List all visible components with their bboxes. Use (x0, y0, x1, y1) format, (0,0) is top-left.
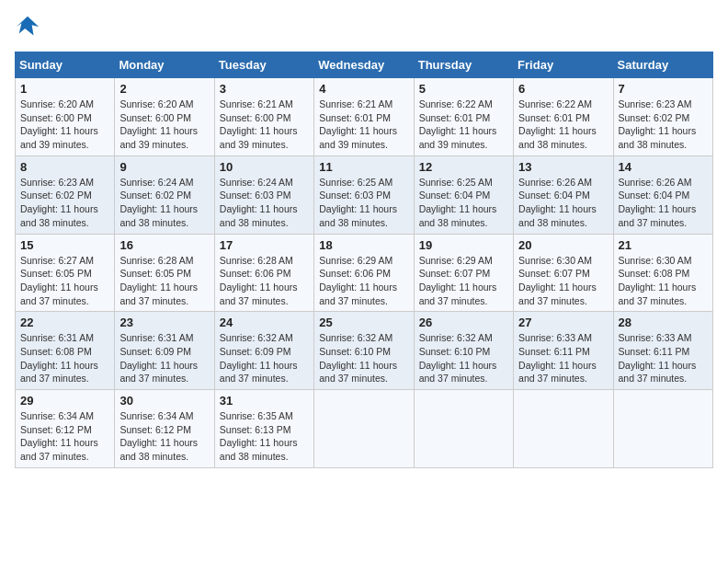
day-info: Sunrise: 6:33 AMSunset: 6:11 PMDaylight:… (619, 331, 708, 385)
weekday-header-row: SundayMondayTuesdayWednesdayThursdayFrid… (16, 52, 713, 78)
calendar-cell: 5Sunrise: 6:22 AMSunset: 6:01 PMDaylight… (414, 78, 513, 156)
day-number: 22 (20, 316, 109, 329)
day-info: Sunrise: 6:31 AMSunset: 6:08 PMDaylight:… (20, 331, 109, 385)
day-number: 11 (319, 160, 408, 174)
day-info: Sunrise: 6:21 AMSunset: 6:01 PMDaylight:… (319, 98, 408, 152)
calendar-cell: 31Sunrise: 6:35 AMSunset: 6:13 PMDayligh… (214, 390, 313, 468)
day-number: 5 (419, 82, 508, 96)
day-number: 7 (619, 82, 708, 96)
day-info: Sunrise: 6:35 AMSunset: 6:13 PMDaylight:… (220, 409, 309, 464)
calendar-cell: 21Sunrise: 6:30 AMSunset: 6:08 PMDayligh… (613, 234, 712, 312)
calendar-cell: 11Sunrise: 6:25 AMSunset: 6:03 PMDayligh… (314, 155, 414, 234)
day-info: Sunrise: 6:20 AMSunset: 6:00 PMDaylight:… (20, 98, 109, 152)
calendar-cell: 19Sunrise: 6:29 AMSunset: 6:07 PMDayligh… (414, 234, 513, 312)
page-header (15, 15, 713, 40)
day-number: 19 (419, 238, 508, 252)
day-number: 13 (518, 160, 608, 174)
day-info: Sunrise: 6:23 AMSunset: 6:02 PMDaylight:… (20, 176, 109, 230)
day-info: Sunrise: 6:27 AMSunset: 6:05 PMDaylight:… (20, 254, 109, 308)
day-info: Sunrise: 6:25 AMSunset: 6:04 PMDaylight:… (419, 176, 508, 230)
calendar-cell: 13Sunrise: 6:26 AMSunset: 6:04 PMDayligh… (514, 155, 613, 234)
day-number: 14 (619, 160, 708, 174)
day-number: 17 (220, 238, 309, 252)
day-number: 25 (319, 316, 408, 329)
day-info: Sunrise: 6:33 AMSunset: 6:11 PMDaylight:… (518, 331, 608, 385)
day-info: Sunrise: 6:32 AMSunset: 6:10 PMDaylight:… (419, 331, 508, 385)
weekday-header-tuesday: Tuesday (214, 52, 313, 78)
calendar-cell: 15Sunrise: 6:27 AMSunset: 6:05 PMDayligh… (16, 234, 115, 312)
logo-icon (15, 15, 40, 40)
day-info: Sunrise: 6:34 AMSunset: 6:12 PMDaylight:… (119, 409, 209, 464)
calendar-cell: 14Sunrise: 6:26 AMSunset: 6:04 PMDayligh… (613, 155, 712, 234)
weekday-header-thursday: Thursday (414, 52, 513, 78)
day-info: Sunrise: 6:28 AMSunset: 6:05 PMDaylight:… (119, 254, 209, 308)
weekday-header-monday: Monday (115, 52, 214, 78)
calendar-cell: 18Sunrise: 6:29 AMSunset: 6:06 PMDayligh… (314, 234, 414, 312)
weekday-header-wednesday: Wednesday (314, 52, 414, 78)
calendar-cell: 22Sunrise: 6:31 AMSunset: 6:08 PMDayligh… (16, 312, 115, 390)
day-number: 21 (619, 238, 708, 252)
calendar-cell: 23Sunrise: 6:31 AMSunset: 6:09 PMDayligh… (115, 312, 214, 390)
day-number: 6 (518, 82, 608, 96)
calendar-week-3: 15Sunrise: 6:27 AMSunset: 6:05 PMDayligh… (16, 234, 713, 312)
day-number: 16 (119, 238, 209, 252)
weekday-header-sunday: Sunday (16, 52, 115, 78)
day-info: Sunrise: 6:26 AMSunset: 6:04 PMDaylight:… (619, 176, 708, 230)
day-number: 9 (119, 160, 209, 174)
day-number: 12 (419, 160, 508, 174)
calendar-cell: 9Sunrise: 6:24 AMSunset: 6:02 PMDaylight… (115, 155, 214, 234)
day-number: 3 (220, 82, 309, 96)
day-info: Sunrise: 6:25 AMSunset: 6:03 PMDaylight:… (319, 176, 408, 230)
calendar-week-5: 29Sunrise: 6:34 AMSunset: 6:12 PMDayligh… (16, 390, 713, 468)
day-info: Sunrise: 6:21 AMSunset: 6:00 PMDaylight:… (220, 98, 309, 152)
day-info: Sunrise: 6:28 AMSunset: 6:06 PMDaylight:… (220, 254, 309, 308)
calendar-cell: 29Sunrise: 6:34 AMSunset: 6:12 PMDayligh… (16, 390, 115, 468)
day-info: Sunrise: 6:32 AMSunset: 6:10 PMDaylight:… (319, 331, 408, 385)
day-info: Sunrise: 6:29 AMSunset: 6:06 PMDaylight:… (319, 254, 408, 308)
calendar-cell (613, 390, 712, 468)
calendar-cell: 8Sunrise: 6:23 AMSunset: 6:02 PMDaylight… (16, 155, 115, 234)
calendar-cell: 25Sunrise: 6:32 AMSunset: 6:10 PMDayligh… (314, 312, 414, 390)
calendar-cell: 30Sunrise: 6:34 AMSunset: 6:12 PMDayligh… (115, 390, 214, 468)
calendar-cell: 2Sunrise: 6:20 AMSunset: 6:00 PMDaylight… (115, 78, 214, 156)
day-info: Sunrise: 6:31 AMSunset: 6:09 PMDaylight:… (119, 331, 209, 385)
calendar-table: SundayMondayTuesdayWednesdayThursdayFrid… (15, 52, 713, 468)
day-number: 2 (119, 82, 209, 96)
day-number: 8 (20, 160, 109, 174)
day-info: Sunrise: 6:22 AMSunset: 6:01 PMDaylight:… (419, 98, 508, 152)
day-number: 1 (20, 82, 109, 96)
day-number: 20 (518, 238, 608, 252)
calendar-week-1: 1Sunrise: 6:20 AMSunset: 6:00 PMDaylight… (16, 78, 713, 156)
day-number: 4 (319, 82, 408, 96)
calendar-week-2: 8Sunrise: 6:23 AMSunset: 6:02 PMDaylight… (16, 155, 713, 234)
day-info: Sunrise: 6:29 AMSunset: 6:07 PMDaylight:… (419, 254, 508, 308)
day-info: Sunrise: 6:22 AMSunset: 6:01 PMDaylight:… (518, 98, 608, 152)
calendar-cell: 26Sunrise: 6:32 AMSunset: 6:10 PMDayligh… (414, 312, 513, 390)
calendar-cell (314, 390, 414, 468)
calendar-cell: 16Sunrise: 6:28 AMSunset: 6:05 PMDayligh… (115, 234, 214, 312)
calendar-week-4: 22Sunrise: 6:31 AMSunset: 6:08 PMDayligh… (16, 312, 713, 390)
day-number: 31 (220, 394, 309, 408)
day-number: 15 (20, 238, 109, 252)
day-number: 24 (220, 316, 309, 329)
day-number: 29 (20, 394, 109, 408)
day-number: 18 (319, 238, 408, 252)
day-info: Sunrise: 6:20 AMSunset: 6:00 PMDaylight:… (119, 98, 209, 152)
day-number: 30 (119, 394, 209, 408)
calendar-cell (514, 390, 613, 468)
day-info: Sunrise: 6:24 AMSunset: 6:02 PMDaylight:… (119, 176, 209, 230)
svg-marker-0 (17, 17, 39, 36)
calendar-cell: 7Sunrise: 6:23 AMSunset: 6:02 PMDaylight… (613, 78, 712, 156)
day-info: Sunrise: 6:26 AMSunset: 6:04 PMDaylight:… (518, 176, 608, 230)
day-number: 10 (220, 160, 309, 174)
calendar-cell: 1Sunrise: 6:20 AMSunset: 6:00 PMDaylight… (16, 78, 115, 156)
weekday-header-saturday: Saturday (613, 52, 712, 78)
day-info: Sunrise: 6:34 AMSunset: 6:12 PMDaylight:… (20, 409, 109, 464)
day-number: 23 (119, 316, 209, 329)
calendar-cell: 20Sunrise: 6:30 AMSunset: 6:07 PMDayligh… (514, 234, 613, 312)
calendar-cell (414, 390, 513, 468)
day-number: 28 (619, 316, 708, 329)
calendar-cell: 10Sunrise: 6:24 AMSunset: 6:03 PMDayligh… (214, 155, 313, 234)
day-info: Sunrise: 6:30 AMSunset: 6:08 PMDaylight:… (619, 254, 708, 308)
logo (15, 15, 44, 40)
